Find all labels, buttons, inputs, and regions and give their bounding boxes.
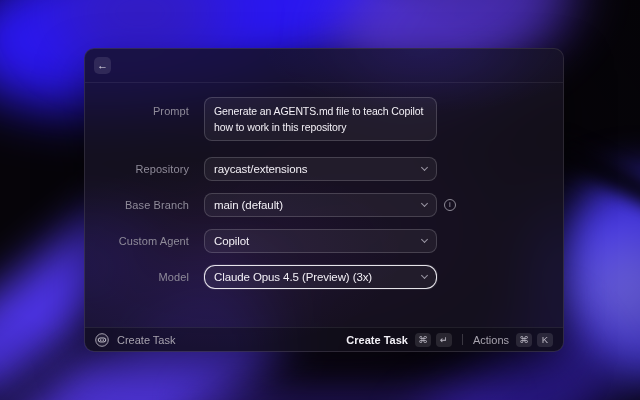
action-bar: Create Task Create Task ⌘ ↵ Actions ⌘ K: [85, 327, 563, 351]
info-icon[interactable]: i: [444, 199, 456, 211]
prompt-input[interactable]: Generate an AGENTS.md file to teach Copi…: [204, 97, 437, 141]
window-header: ←: [85, 49, 563, 83]
cmd-key[interactable]: ⌘: [516, 333, 532, 347]
k-key[interactable]: K: [537, 333, 553, 347]
copilot-icon: [95, 333, 109, 347]
model-value: Claude Opus 4.5 (Preview) (3x): [214, 271, 372, 283]
form-row-model: Model Claude Opus 4.5 (Preview) (3x): [85, 265, 563, 289]
repository-label: Repository: [85, 163, 189, 175]
footer-divider: [462, 334, 463, 345]
chevron-down-icon: [421, 272, 428, 279]
desktop: ← Prompt Generate an AGENTS.md file to t…: [0, 0, 640, 400]
chevron-down-icon: [421, 236, 428, 243]
model-label: Model: [85, 271, 189, 283]
form-row-base-branch: Base Branch main (default) i: [85, 193, 563, 217]
back-arrow-icon: ←: [97, 60, 108, 71]
back-button[interactable]: ←: [94, 57, 111, 74]
form-row-repository: Repository raycast/extensions: [85, 157, 563, 181]
model-dropdown[interactable]: Claude Opus 4.5 (Preview) (3x): [204, 265, 437, 289]
custom-agent-value: Copilot: [214, 235, 249, 247]
chevron-down-icon: [421, 200, 428, 207]
command-title: Create Task: [117, 334, 176, 346]
form-row-prompt: Prompt Generate an AGENTS.md file to tea…: [85, 97, 563, 141]
task-form: Prompt Generate an AGENTS.md file to tea…: [85, 83, 563, 327]
base-branch-dropdown[interactable]: main (default): [204, 193, 437, 217]
base-branch-label: Base Branch: [85, 199, 189, 211]
chevron-down-icon: [421, 164, 428, 171]
repository-dropdown[interactable]: raycast/extensions: [204, 157, 437, 181]
create-task-window: ← Prompt Generate an AGENTS.md file to t…: [84, 48, 564, 352]
repository-value: raycast/extensions: [214, 163, 307, 175]
base-branch-value: main (default): [214, 199, 283, 211]
cmd-key[interactable]: ⌘: [415, 333, 431, 347]
custom-agent-label: Custom Agent: [85, 235, 189, 247]
actions-button[interactable]: Actions: [473, 334, 509, 346]
prompt-label: Prompt: [85, 105, 189, 117]
create-task-button[interactable]: Create Task: [346, 334, 408, 346]
enter-key[interactable]: ↵: [436, 333, 452, 347]
form-row-custom-agent: Custom Agent Copilot: [85, 229, 563, 253]
custom-agent-dropdown[interactable]: Copilot: [204, 229, 437, 253]
footer-shortcuts: Create Task ⌘ ↵ Actions ⌘ K: [346, 333, 553, 347]
